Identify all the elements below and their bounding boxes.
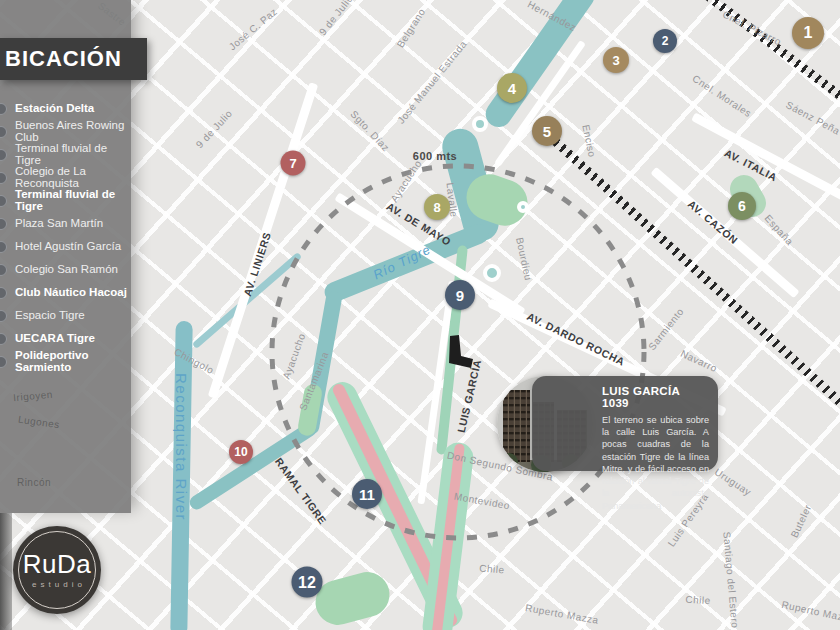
sidebar-item-label: Buenos Aires Rowing Club	[15, 120, 131, 143]
sidebar-item-polideportivo-sarmiento: Polideportivo Sarmiento	[0, 350, 131, 373]
map-marker-5[interactable]: 5	[532, 116, 562, 146]
legend-bullet-icon	[0, 287, 7, 299]
map-label-enciso: Enciso	[580, 124, 598, 159]
sidebar-item-plaza-san-mart-n: Plaza San Martín	[0, 212, 131, 235]
sidebar-item-colegio-de-la-reconquista: Colegio de La Reconquista	[0, 166, 131, 189]
legend-bullet-icon	[0, 310, 7, 322]
sidebar-item-buenos-aires-rowing-club: Buenos Aires Rowing Club	[0, 120, 131, 143]
sidebar-item-label: Club Náutico Hacoaj	[15, 287, 127, 299]
map-label-reconquista-river: Reconquista River	[173, 373, 190, 521]
logo-ring	[18, 531, 96, 609]
map-label-cnel-pizarro: Cnel. Pizarro	[721, 9, 783, 48]
sidebar-item-terminal-fluvial-de-tigre: Terminal fluvial de Tigre	[0, 143, 131, 166]
ruda-logo: RuDa estudio	[13, 526, 101, 614]
map-label-9-de-julio: 9 de Julio	[194, 108, 235, 150]
sidebar-item-terminal-fluvial-de-tigre: Terminal fluvial de Tigre	[0, 189, 131, 212]
map-label-navarro: Navarro	[679, 348, 719, 374]
sidebar-item-hotel-agust-n-garc-a: Hotel Agustín García	[0, 235, 131, 258]
map-label-sarmiento: Sarmiento	[646, 306, 685, 352]
sidebar-item-club-n-utico-hacoaj: Club Náutico Hacoaj	[0, 281, 131, 304]
map-label-9-de-julio: 9 de Julio	[317, 0, 355, 37]
roundabout	[483, 264, 501, 282]
legend-bullet-icon	[0, 195, 7, 207]
map-marker-6[interactable]: 6	[728, 192, 756, 220]
map-label-santiago-del-estero: Santiago del Estero	[721, 531, 740, 628]
map-label-espa-a: España	[763, 213, 796, 248]
map-marker-10[interactable]: 10	[229, 440, 253, 464]
map-label-chile: Chile	[479, 562, 505, 575]
map-marker-9[interactable]: 9	[445, 280, 475, 310]
legend-bullet-icon	[0, 264, 7, 276]
legend-bullet-icon	[0, 172, 7, 184]
map-marker-12[interactable]: 12	[292, 567, 323, 598]
sidebar-item-label: Colegio de La Reconquista	[15, 166, 131, 189]
legend-bullet-icon	[0, 218, 7, 230]
sidebar-item-uecara-tigre: UECARA Tigre	[0, 327, 131, 350]
page-title-bar: BICACIÓN	[0, 38, 147, 80]
map-label-ramal-tigre: RAMAL TIGRE	[273, 455, 329, 526]
legend-bullet-icon	[0, 356, 7, 368]
page-title: BICACIÓN	[0, 46, 122, 72]
roundabout	[472, 116, 488, 132]
tooltip-body: El terreno se ubica sobre la calle Luis …	[602, 414, 709, 512]
map-marker-8[interactable]: 8	[424, 194, 450, 220]
sidebar-item-espacio-tigre: Espacio Tigre	[0, 304, 131, 327]
scale-label: 600 mts	[413, 150, 457, 162]
map-label-ayacucho: Ayacucho	[388, 158, 423, 204]
sidebar-item-label: Terminal fluvial de Tigre	[15, 189, 131, 212]
map-label-ruperto-mazza: Ruperto Mazza	[524, 602, 599, 626]
map-label-luis-garc-a: LUIS GARCÍA	[455, 358, 484, 434]
legend-bullet-icon	[0, 126, 7, 138]
sidebar-item-label: UECARA Tigre	[15, 333, 95, 345]
map-marker-11[interactable]: 11	[352, 479, 382, 509]
map-label-s-enz-pe-a: Sáenz Peña	[784, 99, 840, 137]
tooltip-title: LUIS GARCÍA 1039	[602, 385, 709, 409]
map-label-jos-c-paz: José C. Paz	[227, 6, 280, 53]
ubicacion-map-slide: SastreJosé C. Paz9 de JulioBelgranoJosé …	[0, 0, 840, 630]
map-label-chile: Chile	[685, 594, 711, 606]
map-marker-1[interactable]: 1	[792, 17, 824, 49]
sidebar-item-label: Terminal fluvial de Tigre	[15, 143, 131, 166]
legend-bullet-icon	[0, 103, 7, 115]
sidebar-edge-strip	[0, 513, 12, 630]
sidebar-item-label: Espacio Tigre	[15, 310, 85, 322]
map-label-ruperto-mazza: Ruperto Mazza	[781, 599, 840, 625]
railway-track	[684, 0, 840, 113]
property-tooltip: LUIS GARCÍA 1039 El terreno se ubica sob…	[532, 376, 718, 471]
map-label-sgto-d-az: Sgto. Díaz	[348, 108, 391, 153]
map-label-av-dardo-rocha: AV. DARDO ROCHA	[525, 310, 627, 368]
map-label-bourdieu: Bourdieu	[514, 236, 534, 281]
map-label-jos-manuel-estrada: José Manuel Estrada	[395, 38, 469, 125]
map-marker-7[interactable]: 7	[281, 151, 306, 176]
map-marker-2[interactable]: 2	[653, 29, 677, 53]
sidebar-item-label: Estación Delta	[15, 103, 94, 115]
map-marker-3[interactable]: 3	[603, 47, 629, 73]
map-label-rinc-n: Rincón	[17, 477, 51, 488]
sidebar-item-label: Plaza San Martín	[15, 218, 103, 230]
waterway	[481, 0, 600, 132]
legend-bullet-icon	[0, 241, 7, 253]
map-label-belgrano: Belgrano	[395, 6, 428, 49]
legend-bullet-icon	[0, 149, 7, 161]
sidebar-item-estaci-n-delta: Estación Delta	[0, 97, 131, 120]
sidebar-item-label: Hotel Agustín García	[15, 241, 121, 253]
map-label-cnel-morales: Cnel. Morales	[690, 73, 753, 119]
legend-list: Estación DeltaBuenos Aires Rowing ClubTe…	[0, 97, 131, 373]
legend-bullet-icon	[0, 333, 7, 345]
sidebar-item-label: Colegio San Ramón	[15, 264, 118, 276]
roundabout	[517, 201, 529, 213]
map-label-buteler: Buteler	[789, 503, 814, 540]
sidebar-item-label: Polideportivo Sarmiento	[15, 350, 131, 373]
map-label-ayacucho: Ayacucho	[281, 332, 308, 381]
waterway	[310, 567, 394, 630]
map-marker-4[interactable]: 4	[497, 73, 527, 103]
map-label-uruguay: Uruguay	[713, 466, 754, 498]
sidebar-item-colegio-san-ram-n: Colegio San Ramón	[0, 258, 131, 281]
